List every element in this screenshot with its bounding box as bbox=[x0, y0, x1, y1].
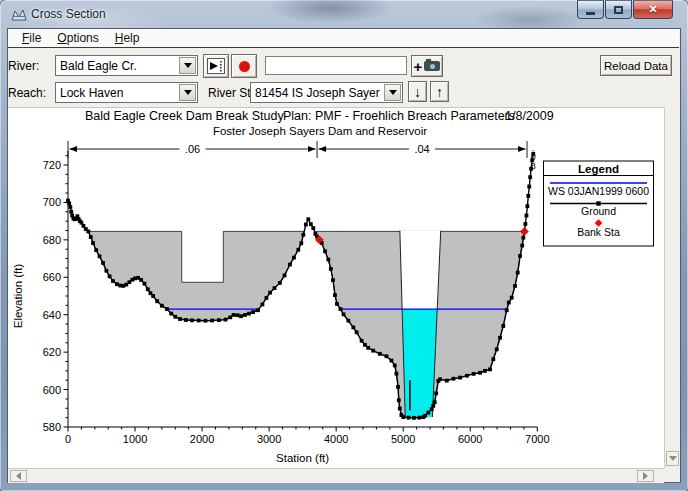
chart-text: 680 bbox=[43, 234, 61, 246]
river-combobox[interactable]: Bald Eagle Cr. bbox=[55, 55, 198, 76]
previous-station-button[interactable]: ↓ bbox=[408, 81, 427, 102]
scroll-right-button[interactable] bbox=[637, 470, 654, 482]
ground-marker bbox=[458, 376, 462, 380]
chart-text: 7000 bbox=[525, 433, 549, 445]
chart-text: 660 bbox=[43, 271, 61, 283]
ground-marker bbox=[288, 263, 292, 267]
next-station-button[interactable]: ↑ bbox=[430, 81, 449, 102]
record-animation-button[interactable] bbox=[231, 54, 257, 78]
ground-marker bbox=[339, 307, 343, 311]
chart-text: Legend bbox=[578, 163, 619, 175]
minimize-button[interactable] bbox=[577, 0, 604, 19]
window-title: Cross Section bbox=[31, 7, 106, 21]
arrow-down-icon: ↓ bbox=[414, 85, 421, 99]
close-button[interactable]: ✕ bbox=[633, 0, 673, 19]
ground-marker bbox=[491, 357, 495, 361]
ground-marker bbox=[335, 302, 339, 306]
ground-marker bbox=[525, 214, 529, 218]
reach-combo-dropdown[interactable] bbox=[179, 84, 196, 101]
scroll-down-button[interactable] bbox=[666, 451, 679, 466]
ground-marker bbox=[431, 404, 435, 408]
ground-marker bbox=[251, 310, 255, 314]
close-icon: ✕ bbox=[648, 4, 657, 15]
add-snapshot-button[interactable]: + bbox=[411, 55, 443, 77]
ground-marker bbox=[169, 312, 173, 316]
ground-marker bbox=[513, 284, 517, 288]
ground-marker bbox=[69, 210, 73, 214]
scroll-down-icon bbox=[669, 456, 677, 461]
ground-marker bbox=[526, 194, 530, 198]
reload-data-button[interactable]: Reload Data bbox=[600, 55, 672, 76]
chart-text: Bald Eagle Creek Dam Break Study bbox=[85, 109, 284, 123]
arrow-left-icon bbox=[319, 146, 327, 152]
ground-marker bbox=[438, 377, 442, 381]
chevron-down-icon bbox=[184, 63, 192, 68]
ground-marker bbox=[360, 339, 364, 343]
ground-marker bbox=[104, 269, 108, 273]
ground-marker bbox=[396, 385, 400, 389]
ground-marker bbox=[355, 330, 359, 334]
menu-options[interactable]: Options bbox=[49, 30, 106, 47]
chart-text: Plan: PMF - Froehlich Breach Parameters bbox=[283, 109, 515, 123]
menu-file[interactable]: File bbox=[14, 30, 49, 47]
ground-marker bbox=[301, 233, 305, 237]
ground-marker bbox=[385, 354, 389, 358]
vertical-scrollbar[interactable] bbox=[664, 107, 680, 468]
ground-marker bbox=[510, 296, 514, 300]
chevron-down-icon bbox=[389, 90, 397, 95]
app-icon bbox=[11, 8, 27, 21]
ground-marker bbox=[507, 301, 511, 305]
ground-marker bbox=[155, 299, 159, 303]
river-sta-combo-dropdown[interactable] bbox=[384, 84, 401, 101]
ground-marker bbox=[204, 319, 208, 323]
embankment-left bbox=[88, 231, 304, 320]
chart-text: Ground bbox=[581, 205, 616, 217]
ground-marker bbox=[306, 217, 310, 221]
menu-help[interactable]: Help bbox=[107, 30, 148, 47]
river-combo-dropdown[interactable] bbox=[179, 57, 196, 74]
ground-marker bbox=[397, 398, 401, 402]
reach-combobox[interactable]: Lock Haven bbox=[55, 82, 198, 103]
plot-arrow-icon bbox=[207, 58, 225, 74]
ground-marker bbox=[342, 312, 346, 316]
ground-marker bbox=[363, 343, 367, 347]
ground-marker bbox=[151, 294, 155, 298]
ground-marker bbox=[265, 296, 269, 300]
ground-marker bbox=[224, 318, 228, 322]
ground-marker bbox=[243, 313, 247, 317]
ground-marker bbox=[210, 319, 214, 323]
ground-marker bbox=[68, 205, 72, 209]
plot-animate-button[interactable] bbox=[203, 54, 229, 78]
maximize-button[interactable] bbox=[605, 0, 632, 19]
ground-marker bbox=[296, 248, 300, 252]
scroll-left-button[interactable] bbox=[10, 470, 27, 482]
ground-marker bbox=[217, 318, 221, 322]
chart-text: Elevation (ft) bbox=[12, 264, 24, 329]
ground-marker bbox=[371, 349, 375, 353]
chart-text: 2000 bbox=[190, 433, 214, 445]
ground-marker bbox=[331, 278, 335, 282]
ground-marker bbox=[445, 379, 449, 383]
ground-marker bbox=[329, 267, 333, 271]
ground-marker bbox=[395, 372, 399, 376]
ground-marker bbox=[516, 271, 520, 275]
ground-marker bbox=[390, 359, 394, 363]
arrow-right-icon bbox=[308, 146, 316, 152]
ground-marker bbox=[398, 407, 402, 411]
ground-marker bbox=[407, 416, 411, 420]
chart-text: 720 bbox=[43, 159, 61, 171]
ground-marker bbox=[139, 278, 143, 282]
ground-marker bbox=[143, 282, 147, 286]
ground-marker bbox=[412, 416, 416, 420]
horizontal-scrollbar[interactable] bbox=[8, 468, 664, 483]
ground-marker bbox=[401, 415, 405, 419]
ground-marker bbox=[184, 318, 188, 322]
n-value-label: .08 bbox=[530, 142, 535, 171]
chart-text: WS 03JAN1999 0600 bbox=[548, 185, 649, 197]
river-sta-combobox[interactable]: 81454 IS Joseph Sayer bbox=[250, 82, 403, 103]
chart-text: 5000 bbox=[391, 433, 415, 445]
animation-progress-field[interactable] bbox=[265, 56, 407, 75]
arrow-right-icon bbox=[518, 146, 526, 152]
scroll-right-icon bbox=[643, 472, 648, 480]
ground-marker bbox=[89, 235, 93, 239]
